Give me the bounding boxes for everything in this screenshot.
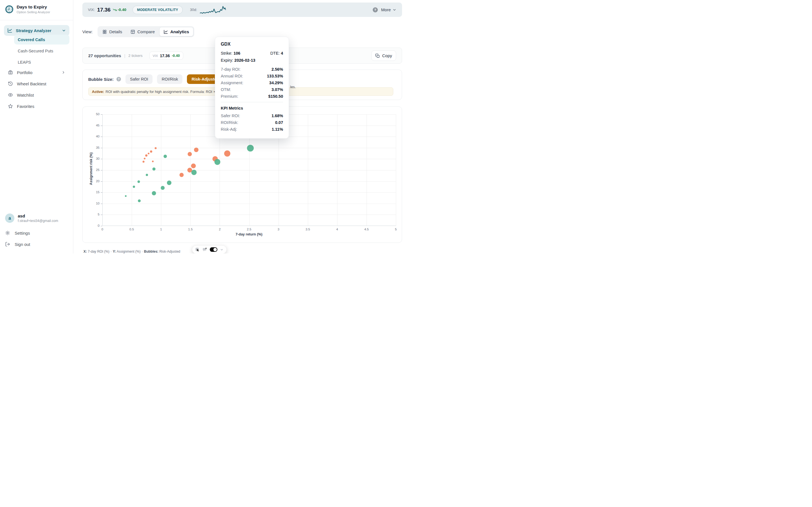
y-tick-label: 40 — [90, 135, 100, 138]
tab-compare[interactable]: Compare — [126, 27, 159, 36]
chart-bubble-orange[interactable] — [152, 161, 154, 162]
y-tick-label: 5 — [90, 213, 100, 216]
x-tick-label: 4 — [332, 228, 343, 231]
vix-sparkline — [200, 5, 226, 15]
more-button[interactable]: More — [381, 7, 396, 12]
sidebar-subitem-label: Cash-Secured Puts — [18, 49, 53, 53]
brand: Days to Expiry Option Selling Analyzer — [5, 4, 50, 14]
line-chart-icon — [7, 28, 12, 33]
chevron-down-icon[interactable] — [62, 29, 66, 33]
sign-out-button[interactable]: Sign out — [5, 239, 68, 249]
sidebar-item-covered-calls[interactable]: Covered Calls — [14, 35, 69, 45]
sidebar-item-wheel-backtest[interactable]: Wheel Backtest — [4, 78, 69, 89]
sidebar: Days to Expiry Option Selling Analyzer S… — [0, 0, 73, 253]
tab-details[interactable]: Details — [98, 27, 126, 36]
chart-bubble-orange[interactable] — [180, 173, 184, 177]
chart-bubble-teal[interactable] — [167, 180, 171, 185]
chart-bubble-orange[interactable] — [194, 148, 199, 152]
chart-bubble-orange[interactable] — [155, 147, 157, 149]
chart-bubble-teal[interactable] — [138, 200, 141, 202]
tooltip-divider — [221, 102, 283, 102]
chart-bubble-orange[interactable] — [148, 153, 149, 154]
x-tick-label: 4.5 — [361, 228, 372, 231]
x-tick-label: 2.5 — [244, 228, 255, 231]
tickers-count: 2 tickers — [128, 54, 142, 58]
sidebar-item-favorites[interactable]: Favorites — [4, 101, 69, 112]
sidebar-item-portfolio[interactable]: Portfolio — [4, 67, 69, 78]
gridline-horizontal — [102, 192, 396, 193]
avatar: a — [5, 214, 14, 223]
y-tick-label: 10 — [90, 202, 100, 205]
sidebar-item-cash-secured-puts[interactable]: Cash-Secured Puts — [14, 46, 69, 56]
chart-bubble-teal[interactable] — [153, 168, 156, 171]
tab-analytics[interactable]: Analytics — [159, 27, 193, 36]
app-title: Days to Expiry — [17, 4, 50, 10]
app-tagline: Option Selling Analyzer — [17, 10, 50, 14]
settings-button[interactable]: Settings — [5, 228, 68, 238]
sign-out-label: Sign out — [15, 242, 30, 247]
copy-icon — [375, 54, 380, 58]
chart-bubble-orange[interactable] — [224, 151, 231, 157]
chevron-right-icon[interactable] — [61, 70, 65, 74]
x-tick-label: 2 — [214, 228, 225, 231]
toggle-switch[interactable] — [210, 247, 217, 252]
comment-plus-icon[interactable] — [202, 247, 207, 252]
gear-icon — [5, 230, 10, 235]
bubble-size-option-safer-roi[interactable]: Safer ROI — [125, 74, 153, 84]
chart-bubble-orange[interactable] — [142, 161, 144, 163]
y-tick-label: 0 — [90, 224, 100, 227]
tooltip-expiry: Expiry: 2026-02-13 — [221, 58, 255, 62]
bubble-size-option-roi-risk[interactable]: ROI/Risk — [157, 74, 183, 84]
formula-text: ROI with quadratic penalty for high assi… — [105, 90, 218, 94]
x-tick-label: 3 — [273, 228, 284, 231]
x-tick-label: 3.5 — [302, 228, 313, 231]
chart-bubble-orange[interactable] — [188, 152, 192, 156]
chart-bubble-teal[interactable] — [133, 186, 135, 188]
chart-bubble-orange[interactable] — [145, 154, 147, 157]
sidebar-item-label: Favorites — [17, 104, 65, 109]
tooltip-metric-row: 7-day ROI:2.56% — [221, 67, 283, 71]
x-tick-label: 5 — [390, 228, 402, 231]
chart-bubble-orange[interactable] — [191, 163, 196, 168]
copy-button[interactable]: Copy — [371, 50, 396, 61]
chart-bubble-teal[interactable] — [125, 195, 126, 197]
chart-bubble-orange[interactable] — [150, 151, 152, 153]
tooltip-metric-row: Safer ROI:1.68% — [221, 114, 283, 118]
chart-bubble-teal[interactable] — [214, 159, 220, 165]
chart-bubble-teal[interactable] — [191, 170, 197, 175]
chart-bubble-teal[interactable] — [247, 145, 254, 152]
help-icon[interactable]: ? — [116, 77, 121, 81]
chevron-down-icon[interactable] — [220, 248, 223, 251]
chart-caption: X: 7-day ROI (%)·Y: Assignment (%)·Bubbl… — [84, 249, 180, 253]
tooltip-kpis: Safer ROI:1.68%ROI/Risk:0.07Risk-Adj:1.1… — [221, 114, 283, 131]
chart-bubble-teal[interactable] — [152, 191, 156, 195]
vix-value: 17.36 — [97, 7, 111, 13]
line-chart-icon — [163, 30, 168, 34]
briefcase-icon — [8, 70, 13, 75]
sidebar-item-watchlist[interactable]: Watchlist — [4, 90, 69, 100]
gridline-vertical — [396, 114, 396, 226]
tooltip-metric-row: ROI/Risk:0.07 — [221, 120, 283, 125]
chart-bubble-teal[interactable] — [138, 180, 140, 183]
help-icon[interactable]: ? — [373, 7, 378, 12]
cursor-icon[interactable] — [195, 247, 200, 252]
chart-bubble-orange[interactable] — [144, 158, 146, 159]
separator: | — [124, 54, 125, 58]
x-axis-title: 7-day return (%) — [221, 232, 277, 236]
x-tick-label: 1.5 — [185, 228, 196, 231]
y-axis-tick — [101, 226, 102, 226]
chart-bubble-teal[interactable] — [146, 174, 148, 176]
sidebar-item-strategy-analyzer[interactable]: Strategy Analyzer — [4, 25, 69, 36]
gridline-horizontal — [102, 181, 396, 182]
tooltip-strike: Strike: 106 — [221, 51, 240, 55]
gridline-horizontal — [102, 159, 396, 159]
chart-bubble-teal[interactable] — [161, 186, 165, 190]
chart-bubble-teal[interactable] — [163, 155, 167, 158]
y-tick-label: 50 — [90, 112, 100, 116]
table-icon — [131, 30, 135, 34]
sidebar-item-leaps[interactable]: LEAPS — [14, 57, 69, 67]
y-tick-label: 45 — [90, 124, 100, 127]
user-account[interactable]: a asd f.strauf+test34@gmail.com — [5, 214, 58, 223]
formula-active-label: Active: — [92, 90, 104, 94]
y-axis-title: Assignment risk (%) — [89, 145, 93, 193]
